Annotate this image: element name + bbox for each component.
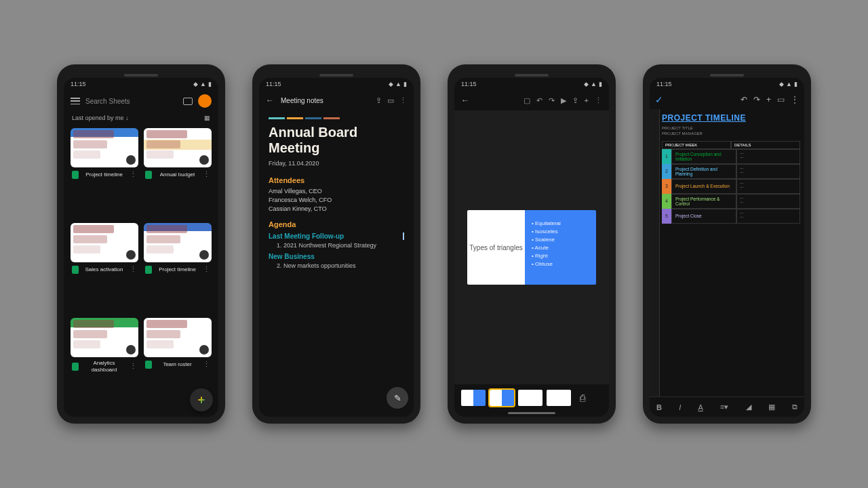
file-tile[interactable]: Annual budget⋮ <box>144 128 212 219</box>
undo-icon[interactable]: ↶ <box>536 96 542 105</box>
phase-index: 2 <box>662 164 671 179</box>
edit-button[interactable]: ✎ <box>387 387 408 409</box>
menu-icon[interactable] <box>71 98 80 104</box>
file-thumbnail[interactable] <box>144 223 212 262</box>
sheets-icon <box>72 266 79 274</box>
phase-row[interactable]: 4Project Performance & Control—— <box>662 194 800 209</box>
doc-date: Friday, 11.04.2020 <box>269 160 404 167</box>
sheet-title: PROJECT TIMELINE <box>662 113 800 123</box>
file-more-icon[interactable]: ⋮ <box>130 362 137 371</box>
file-thumbnail[interactable] <box>144 318 212 357</box>
slide-thumb-1[interactable] <box>461 390 486 406</box>
more-icon[interactable]: ⋮ <box>399 96 407 105</box>
text-color-icon[interactable]: A <box>698 403 703 411</box>
slide-bullet: Obtuse <box>532 261 589 267</box>
status-bar: 11:15 ◆▲▮ <box>650 78 804 90</box>
done-icon[interactable]: ✓ <box>655 94 663 105</box>
sheets-icon <box>72 171 79 179</box>
share-icon[interactable]: ⇪ <box>376 96 382 105</box>
file-tile[interactable]: Sales activation⋮ <box>71 223 138 314</box>
file-thumbnail[interactable] <box>144 128 212 167</box>
current-slide[interactable]: Types of triangles EquilateralIsoscelesS… <box>467 210 596 285</box>
present-icon[interactable]: ▶ <box>561 96 566 105</box>
file-thumbnail[interactable] <box>71 318 138 357</box>
meta-project-title: PROJECT TITLE <box>662 125 800 131</box>
phase-index: 3 <box>662 179 671 194</box>
slide-canvas[interactable]: Types of triangles EquilateralIsoscelesS… <box>454 110 609 384</box>
status-time: 11:15 <box>71 81 86 87</box>
add-icon[interactable]: + <box>766 95 771 104</box>
bold-icon[interactable]: B <box>656 403 662 411</box>
back-icon[interactable]: ← <box>461 96 469 105</box>
add-icon[interactable]: + <box>585 96 589 104</box>
phase-name: Project Close <box>671 209 736 224</box>
phase-detail: —— <box>736 149 800 164</box>
file-tile[interactable]: Analytics dashboard⋮ <box>71 318 138 413</box>
fill-icon[interactable]: ◢ <box>746 403 751 411</box>
phase-row[interactable]: 3Project Launch & Execution—— <box>662 179 800 194</box>
attendee-line: Cassian Kinney, CTO <box>269 205 404 214</box>
avatar[interactable] <box>198 94 212 108</box>
sheets-icon <box>145 361 152 369</box>
share-icon[interactable]: ⇪ <box>572 96 578 105</box>
agenda-sub-1: Last Meeting Follow-up <box>269 232 404 240</box>
borders-icon[interactable]: ▦ <box>768 403 775 411</box>
attendee-line: Amal Villegas, CEO <box>269 187 404 196</box>
phase-detail: —— <box>736 209 800 224</box>
align-icon[interactable]: ≡▾ <box>720 403 728 411</box>
comment-icon[interactable]: ▭ <box>777 95 785 104</box>
slide-bullets: EquilateralIsoscelesScaleneAcuteRightObt… <box>525 210 596 285</box>
file-more-icon[interactable]: ⋮ <box>130 170 137 179</box>
file-thumbnail[interactable] <box>71 223 138 262</box>
add-slide-icon[interactable]: ⎙ <box>575 392 590 403</box>
view-grid-icon[interactable]: ▦ <box>204 115 210 121</box>
file-tile[interactable]: Project timeline⋮ <box>71 128 138 219</box>
back-icon[interactable]: ← <box>266 96 274 105</box>
file-more-icon[interactable]: ⋮ <box>203 170 210 179</box>
file-more-icon[interactable]: ⋮ <box>203 265 210 274</box>
slide-thumb-3[interactable] <box>518 390 542 406</box>
search-input[interactable]: Search Sheets <box>85 98 178 105</box>
italic-icon[interactable]: I <box>679 403 681 411</box>
phase-detail: —— <box>736 164 800 179</box>
col-project-week: PROJECT WEEK <box>662 141 731 149</box>
more-icon[interactable]: ⋮ <box>791 95 799 104</box>
redo-icon[interactable]: ↷ <box>549 96 555 105</box>
merge-icon[interactable]: ⧉ <box>792 403 797 411</box>
slide-thumb-4[interactable] <box>547 390 571 406</box>
phase-row[interactable]: 5Project Close—— <box>662 209 800 224</box>
slide-thumb-2[interactable] <box>490 390 514 406</box>
document-body[interactable]: Annual Board Meeting Friday, 11.04.2020 … <box>259 110 414 417</box>
col-details: DETAILS <box>731 141 800 149</box>
sort-filter[interactable]: Last opened by me ↓ <box>72 115 129 121</box>
file-more-icon[interactable]: ⋮ <box>203 360 210 369</box>
file-more-icon[interactable]: ⋮ <box>130 265 137 274</box>
spreadsheet-body[interactable]: PROJECT TIMELINE PROJECT TITLE PROJECT M… <box>650 109 804 396</box>
phase-row[interactable]: 1Project Conception and Initiation—— <box>662 149 800 164</box>
file-name: Project timeline <box>155 266 200 272</box>
phase-row[interactable]: 2Project Definition and Planning—— <box>662 164 800 179</box>
doc-heading: Annual Board Meeting <box>269 125 404 156</box>
document-title: Meeting notes <box>281 97 369 104</box>
home-indicator <box>508 412 555 414</box>
phone-sheets-list: 11:15 ◆▲▮ Search Sheets Last opened by m… <box>57 64 225 424</box>
undo-icon[interactable]: ↶ <box>741 95 747 104</box>
phase-name: Project Definition and Planning <box>671 164 736 179</box>
file-thumbnail[interactable] <box>71 128 138 167</box>
folder-icon[interactable] <box>183 98 193 105</box>
phone-slides: 11:15 ◆▲▮ ← ▢ ↶ ↷ ▶ ⇪ + ⋮ Types of trian… <box>448 64 616 424</box>
redo-icon[interactable]: ↷ <box>753 95 760 104</box>
agenda-item-2: 2. New markets opportunities <box>277 262 404 269</box>
file-tile[interactable]: Project timeline⋮ <box>144 223 212 314</box>
slide-bullet: Scalene <box>532 237 589 243</box>
more-icon[interactable]: ⋮ <box>595 96 602 105</box>
file-name: Annual budget <box>155 171 200 178</box>
meta-project-manager: PROJECT MANAGER <box>662 131 800 136</box>
new-document-button[interactable]: + <box>190 388 213 411</box>
file-name: Project timeline <box>81 171 127 178</box>
agenda-sub-2: New Business <box>269 253 404 260</box>
comment-icon[interactable]: ▭ <box>387 96 394 105</box>
agenda-item-1: 1. 2021 Northwest Regional Strategy <box>277 242 404 249</box>
slide-bullet: Equilateral <box>532 220 589 226</box>
cast-icon[interactable]: ▢ <box>524 96 530 105</box>
